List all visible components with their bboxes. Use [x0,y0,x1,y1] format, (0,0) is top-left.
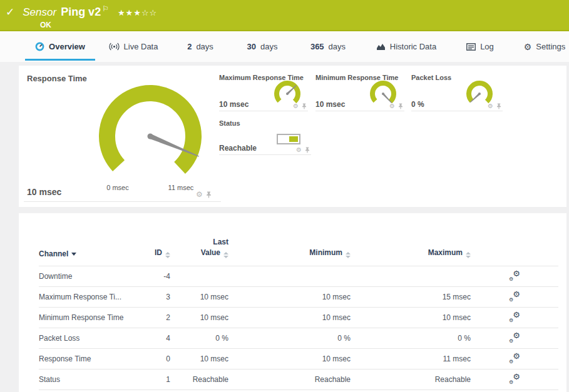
channel-row[interactable]: Status 1 Reachable Reachable Reachable ⚙… [39,369,558,389]
pin-icon[interactable] [305,147,310,153]
gear-icon[interactable]: ⚙ [296,147,302,153]
channel-id-cell: 1 [144,369,170,389]
channel-minimum-cell: Reachable [228,369,351,389]
tab-365-days-label: days [329,42,346,51]
channel-row[interactable]: Response Time 0 10 msec 10 msec 11 msec … [39,348,558,369]
tab-overview[interactable]: Overview [25,31,95,62]
channel-last-value-cell [170,266,228,286]
tab-30-days[interactable]: 30days [244,31,280,62]
channel-maximum-cell [351,266,471,286]
page-title: Ping v2⚐ [61,4,109,19]
channel-settings-icon[interactable]: ⚙⚙ [508,270,521,281]
tab-30-days-number: 30 [247,42,256,51]
channel-row[interactable]: Minimum Response Time 2 10 msec 10 msec … [39,307,558,328]
star-rating[interactable]: ★★★☆☆ [118,8,157,18]
tab-live-data-label: Live Data [124,42,158,51]
tab-overview-label: Overview [49,42,85,51]
tab-historic-data[interactable]: Historic Data [374,31,438,62]
gear-icon: ⚙ [509,379,513,385]
channel-name-cell[interactable]: Minimum Response Time [39,307,144,328]
channel-settings-icon[interactable]: ⚙⚙ [508,332,521,343]
table-header-row: Channel ID Last Value Minimum Maximum [39,213,558,266]
gauge-min-label: 0 msec [98,184,138,191]
channel-maximum-cell: 0 % [351,328,471,348]
tab-live-data[interactable]: Live Data [105,31,161,62]
tab-365-days-number: 365 [310,42,324,51]
pin-icon[interactable] [398,103,403,109]
gear-icon: ⚙ [513,289,520,299]
pin-icon[interactable] [302,103,307,109]
tab-2-days[interactable]: 2days [185,31,216,62]
channel-row[interactable]: Packet Loss 4 0 % 0 % 0 % ⚙⚙ [39,328,558,348]
channel-name-cell[interactable]: Downtime [39,266,144,286]
object-kind-label: Sensor [23,6,56,19]
column-header-minimum-label: Minimum [309,248,342,257]
gear-icon[interactable]: ⚙ [389,103,395,109]
channel-row[interactable]: Maximum Response Ti... 3 10 msec 10 msec… [39,286,558,307]
channel-maximum-cell: 15 msec [351,286,471,307]
gear-icon[interactable]: ⚙ [293,103,299,109]
channel-id-cell: 4 [144,328,170,348]
channel-settings-icon[interactable]: ⚙⚙ [508,353,521,363]
tab-log[interactable]: Log [466,31,495,62]
channel-id-cell: -4 [144,266,170,286]
priority-flag-icon[interactable]: ⚐ [102,4,109,13]
column-header-channel[interactable]: Channel [39,213,144,266]
max-response-time-value: 10 msec [219,100,249,109]
column-header-last-value[interactable]: Last Value [170,213,228,266]
gear-icon: ⚙ [509,338,513,344]
gear-icon: ⚙ [513,310,520,319]
tab-30-days-label: days [260,42,277,51]
channel-last-value-cell: 10 msec [170,286,228,307]
overview-panel: Response Time 0 msec 11 msec 10 msec ⚙ M… [19,66,566,207]
tab-settings-label: Settings [536,42,565,51]
gear-icon: ⚙ [513,372,520,381]
channel-name-cell[interactable]: Status [39,369,144,389]
column-header-minimum[interactable]: Minimum [228,213,351,266]
sort-desc-icon [71,253,76,256]
gauge-tools: ⚙ [293,103,307,109]
channel-minimum-cell: 10 msec [228,286,351,307]
column-header-id[interactable]: ID [144,213,170,266]
channels-table-panel: Channel ID Last Value Minimum Maximum Do… [19,213,566,392]
gear-icon: ⚙ [513,351,520,361]
tab-settings[interactable]: ⚙ Settings [525,31,565,62]
channel-settings-icon[interactable]: ⚙⚙ [508,291,521,301]
pin-icon[interactable] [206,191,212,198]
sort-icon [346,252,351,258]
gear-icon: ⚙ [513,269,520,278]
gauge-tools: ⚙ [389,103,403,109]
channel-minimum-cell [228,266,351,286]
column-header-settings [471,213,558,266]
live-signal-icon [109,43,120,51]
max-response-time-panel: Maximum Response Time 10 msec ⚙ [219,73,308,111]
packet-loss-panel: Packet Loss 0 % ⚙ [411,73,503,111]
column-header-channel-label: Channel [39,249,68,258]
column-header-id-label: ID [155,248,162,257]
gauge-tools: ⚙ [296,147,310,153]
gear-icon[interactable]: ⚙ [196,191,203,198]
status-ok-check-icon: ✓ [6,7,14,18]
gear-icon[interactable]: ⚙ [488,103,493,109]
gear-icon: ⚙ [509,359,513,364]
gear-icon: ⚙ [513,331,520,340]
log-list-icon [466,43,476,51]
response-time-value: 10 msec [27,187,61,197]
gear-icon: ⚙ [509,318,513,323]
gauge-tools: ⚙ [488,103,501,109]
channel-settings-icon[interactable]: ⚙⚙ [508,311,521,322]
status-badge: OK [40,21,569,29]
sensor-name: Ping v2 [61,6,101,18]
gauge-max-label: 11 msec [161,184,201,191]
column-header-maximum-label: Maximum [428,248,463,257]
channel-name-cell[interactable]: Response Time [39,348,144,369]
channel-name-cell[interactable]: Packet Loss [39,328,144,348]
channel-name-cell[interactable]: Maximum Response Ti... [39,286,144,307]
pin-icon[interactable] [496,103,501,109]
tab-365-days[interactable]: 365days [307,31,349,62]
channel-row[interactable]: Downtime -4 ⚙⚙ [39,266,558,286]
gauge-icon [35,42,44,51]
column-header-maximum[interactable]: Maximum [351,213,471,266]
sort-icon [223,252,228,258]
channel-settings-icon[interactable]: ⚙⚙ [508,373,521,384]
